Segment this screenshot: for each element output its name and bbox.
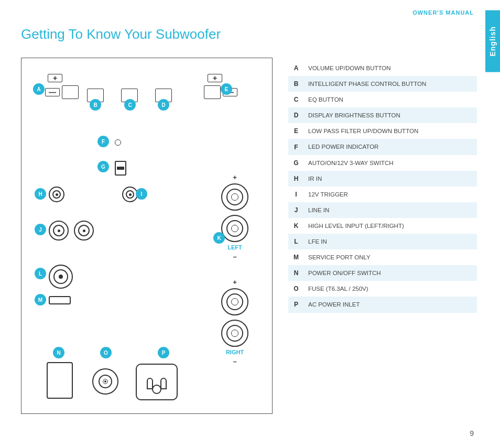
label-letter-b: B xyxy=(288,76,304,92)
fuse-o xyxy=(92,368,118,395)
right-plus-sign: + xyxy=(233,278,237,286)
label-description-e: LOW PASS FILTER UP/DOWN BUTTON xyxy=(304,123,477,139)
label-circle-p: P xyxy=(158,347,169,358)
language-tab: English xyxy=(485,10,500,72)
label-description-c: EQ BUTTON xyxy=(304,92,477,107)
switch-3way-g[interactable] xyxy=(115,161,126,176)
label-letter-h: H xyxy=(288,171,304,187)
left-label: LEFT xyxy=(227,244,242,250)
label-row-l: LLFE IN xyxy=(288,234,477,249)
label-circle-f: F xyxy=(97,136,109,147)
label-letter-m: M xyxy=(288,249,304,265)
label-description-h: IR IN xyxy=(304,171,477,187)
label-circle-h: H xyxy=(35,188,46,200)
vol-button-a[interactable] xyxy=(62,85,79,99)
label-letter-o: O xyxy=(288,281,304,297)
right-binding-post-top[interactable] xyxy=(221,288,248,315)
label-description-j: LINE IN xyxy=(304,202,477,218)
label-letter-e: E xyxy=(288,123,304,139)
manual-header: OWNER'S MANUAL xyxy=(412,9,474,16)
label-row-k: KHIGH LEVEL INPUT (LEFT/RIGHT) xyxy=(288,218,477,234)
label-circle-c: C xyxy=(124,99,136,111)
label-description-f: LED POWER INDICATOR xyxy=(304,139,477,155)
label-description-a: VOLUME UP/DOWN BUTTON xyxy=(304,60,477,76)
right-binding-posts: + RIGHT – xyxy=(221,278,248,365)
label-description-k: HIGH LEVEL INPUT (LEFT/RIGHT) xyxy=(304,218,477,234)
ac-inlet-p xyxy=(136,364,178,400)
label-row-g: GAUTO/ON/12V 3-WAY SWITCH xyxy=(288,155,477,171)
right-label: RIGHT xyxy=(226,349,244,355)
label-letter-d: D xyxy=(288,107,304,123)
label-circle-b: B xyxy=(90,99,101,111)
label-description-i: 12V TRIGGER xyxy=(304,187,477,202)
left-minus-sign: – xyxy=(233,253,236,260)
diagram-panel: A + — B C D E + xyxy=(21,58,273,414)
label-description-b: INTELLIGENT PHASE CONTROL BUTTON xyxy=(304,76,477,92)
label-row-a: AVOLUME UP/DOWN BUTTON xyxy=(288,60,477,76)
left-binding-posts: + LEFT – xyxy=(221,173,248,260)
label-row-m: MSERVICE PORT ONLY xyxy=(288,249,477,265)
label-row-n: NPOWER ON/OFF SWITCH xyxy=(288,265,477,281)
label-circle-o: O xyxy=(100,347,112,358)
label-letter-n: N xyxy=(288,265,304,281)
label-row-d: DDISPLAY BRIGHTNESS BUTTON xyxy=(288,107,477,123)
right-minus-sign: – xyxy=(233,357,236,365)
power-switch-n[interactable] xyxy=(47,362,73,399)
label-letter-k: K xyxy=(288,218,304,234)
ir-in-h xyxy=(49,187,64,202)
label-row-j: JLINE IN xyxy=(288,202,477,218)
label-letter-i: I xyxy=(288,187,304,202)
right-binding-post-bot[interactable] xyxy=(221,320,248,347)
label-circle-d: D xyxy=(158,99,169,111)
label-letter-a: A xyxy=(288,60,304,76)
label-description-o: FUSE (T6.3AL / 250V) xyxy=(304,281,477,297)
label-row-b: BINTELLIGENT PHASE CONTROL BUTTON xyxy=(288,76,477,92)
label-circle-g: G xyxy=(97,161,109,172)
label-letter-f: F xyxy=(288,139,304,155)
lfe-in-l xyxy=(49,265,73,289)
label-row-o: OFUSE (T6.3AL / 250V) xyxy=(288,281,477,297)
labels-section: AVOLUME UP/DOWN BUTTONBINTELLIGENT PHASE… xyxy=(288,60,477,313)
diagram-inner: A + — B C D E + xyxy=(21,58,272,413)
label-row-p: PAC POWER INLET xyxy=(288,297,477,312)
left-binding-post-top[interactable] xyxy=(221,183,248,211)
label-description-d: DISPLAY BRIGHTNESS BUTTON xyxy=(304,107,477,123)
service-port-m xyxy=(49,296,71,304)
led-indicator-f xyxy=(115,139,121,146)
label-description-n: POWER ON/OFF SWITCH xyxy=(304,265,477,281)
left-plus-sign: + xyxy=(233,173,237,181)
vol-minus-left[interactable]: — xyxy=(45,88,60,96)
label-row-c: CEQ BUTTON xyxy=(288,92,477,107)
label-description-p: AC POWER INLET xyxy=(304,297,477,312)
label-letter-g: G xyxy=(288,155,304,171)
page-title: Getting To Know Your Subwoofer xyxy=(21,26,221,42)
label-row-h: HIR IN xyxy=(288,171,477,187)
label-circle-n: N xyxy=(53,347,64,358)
line-in-j xyxy=(49,221,94,241)
label-description-g: AUTO/ON/12V 3-WAY SWITCH xyxy=(304,155,477,171)
label-row-i: I12V TRIGGER xyxy=(288,187,477,202)
vol-up-btn[interactable]: + xyxy=(48,74,62,82)
label-description-m: SERVICE PORT ONLY xyxy=(304,249,477,265)
label-circle-e: E xyxy=(221,83,232,95)
label-letter-j: J xyxy=(288,202,304,218)
label-circle-a: A xyxy=(33,83,45,95)
label-circle-m: M xyxy=(35,294,46,305)
label-circle-l: L xyxy=(35,268,46,279)
label-circle-k: K xyxy=(213,232,225,244)
vol-controls: — xyxy=(45,85,79,99)
label-letter-p: P xyxy=(288,297,304,312)
label-row-e: ELOW PASS FILTER UP/DOWN BUTTON xyxy=(288,123,477,139)
label-letter-c: C xyxy=(288,92,304,107)
lpf-btn-e[interactable] xyxy=(204,85,221,99)
label-circle-j: J xyxy=(35,224,46,235)
label-circle-i: I xyxy=(136,188,147,200)
lpf-up-btn[interactable]: + xyxy=(208,74,222,82)
page-number: 9 xyxy=(470,429,474,438)
label-row-f: FLED POWER INDICATOR xyxy=(288,139,477,155)
left-binding-post-bot[interactable] xyxy=(221,215,248,242)
label-letter-l: L xyxy=(288,234,304,249)
label-description-l: LFE IN xyxy=(304,234,477,249)
